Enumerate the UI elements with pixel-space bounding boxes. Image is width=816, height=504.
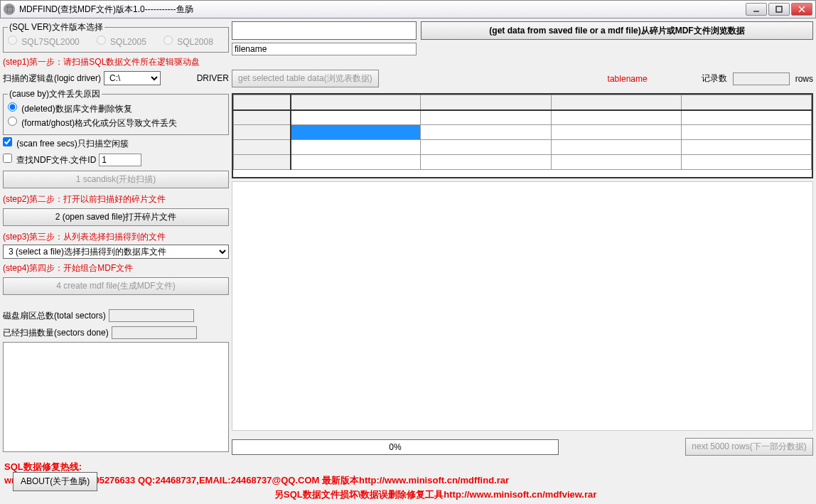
- cause-by-legend: (cause by)文件丢失原因: [8, 88, 102, 100]
- logic-driver-combo[interactable]: C:\: [104, 71, 161, 85]
- titlebar: ⬚ MDFFIND(查找MDF文件)版本1.0-----------鱼肠: [0, 0, 816, 18]
- step3-label: (step3)第三步：从列表选择扫描得到的文件: [3, 231, 229, 243]
- radio-format-ghost[interactable]: (format/ghost)格式化或分区导致文件丢失: [8, 117, 177, 129]
- logic-driver-label: 扫描的逻辑盘(logic driver): [3, 73, 101, 85]
- svg-rect-1: [776, 6, 782, 12]
- footer-text: SQL数据修复热线: writer: 张义军 tel 15805276633 Q…: [4, 460, 812, 502]
- radio-sql2005[interactable]: SQL2005: [97, 36, 146, 47]
- create-mdf-button[interactable]: 4 create mdf file(生成MDF文件): [3, 277, 229, 295]
- close-button[interactable]: [791, 3, 812, 16]
- sql-version-group: (SQL VER)文件版本选择 SQL7SQL2000 SQL2005 SQL2…: [3, 21, 229, 53]
- sql-version-legend: (SQL VER)文件版本选择: [8, 21, 104, 33]
- minimize-button[interactable]: [746, 3, 767, 16]
- table-row: [234, 125, 812, 140]
- data-grid[interactable]: [232, 93, 813, 178]
- maximize-button[interactable]: [768, 3, 790, 16]
- find-ndf-id-input[interactable]: [99, 154, 141, 166]
- file-path-input[interactable]: [232, 21, 417, 40]
- left-panel: (SQL VER)文件版本选择 SQL7SQL2000 SQL2005 SQL2…: [3, 21, 229, 501]
- select-file-combo[interactable]: 3 (select a file)选择扫描得到的数据库文件: [3, 245, 229, 259]
- step4-label: (step4)第四步：开始组合MDF文件: [3, 262, 229, 274]
- record-count-label: 记录数: [702, 73, 727, 85]
- radio-sql2008[interactable]: SQL2008: [163, 36, 213, 47]
- lower-display-area: [232, 181, 813, 431]
- rows-label: rows: [795, 74, 813, 84]
- log-textarea[interactable]: [3, 342, 229, 452]
- table-row: [234, 155, 812, 170]
- open-saved-file-button[interactable]: 2 (open saved file)打开碎片文件: [3, 208, 229, 226]
- step2-label: (step2)第二步：打开以前扫描好的碎片文件: [3, 193, 229, 205]
- tablename-label: tablename: [608, 74, 648, 84]
- radio-deleted[interactable]: (deleted)数据库文件删除恢复: [8, 102, 132, 115]
- sectors-done-field: [112, 326, 197, 339]
- find-ndf-checkbox[interactable]: 查找NDF文件.文件ID: [3, 154, 96, 166]
- right-panel: (get data from saved file or a mdf file)…: [232, 21, 813, 501]
- record-count-field: [733, 73, 790, 85]
- filename-input[interactable]: [232, 43, 417, 55]
- scandisk-button[interactable]: 1 scandisk(开始扫描): [3, 171, 229, 188]
- total-sectors-field: [109, 309, 194, 322]
- sectors-done-label: 已经扫描数量(sectors done): [3, 327, 109, 339]
- total-sectors-label: 磁盘扇区总数(total sectors): [3, 310, 106, 322]
- next-rows-button[interactable]: next 5000 rows(下一部分数据): [685, 438, 813, 456]
- table-row: [234, 140, 812, 155]
- get-data-button[interactable]: (get data from saved file or a mdf file)…: [421, 21, 813, 40]
- window-controls: [746, 3, 812, 16]
- get-selected-table-button[interactable]: get selected table data(浏览表数据): [232, 70, 379, 87]
- scan-free-secs-checkbox[interactable]: (scan free secs)只扫描空闲簇: [3, 137, 129, 150]
- progress-bar: 0%: [232, 439, 559, 455]
- table-row: [234, 95, 812, 110]
- about-button[interactable]: ABOUT(关于鱼肠): [13, 472, 97, 491]
- driver-label: DRIVER: [197, 73, 229, 83]
- step1-label: (step1)第一步：请扫描SQL数据文件所在逻辑驱动盘: [3, 56, 229, 68]
- table-row: [234, 110, 812, 125]
- app-icon: ⬚: [4, 4, 15, 15]
- radio-sql7-2000[interactable]: SQL7SQL2000: [8, 36, 80, 47]
- cause-by-group: (cause by)文件丢失原因 (deleted)数据库文件删除恢复 (for…: [3, 88, 229, 135]
- window-title: MDFFIND(查找MDF文件)版本1.0-----------鱼肠: [19, 4, 746, 16]
